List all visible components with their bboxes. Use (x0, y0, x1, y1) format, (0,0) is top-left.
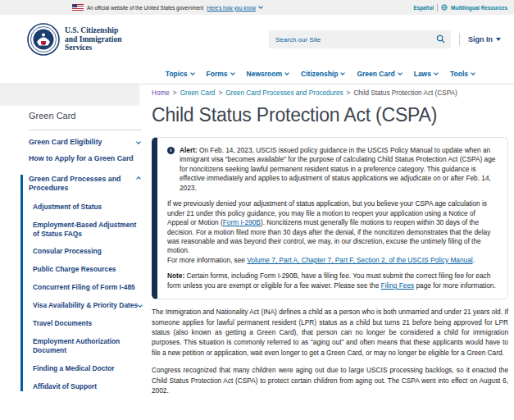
site-search (269, 30, 451, 48)
breadcrumb-current: Child Status Protection Act (CSPA) (353, 89, 457, 97)
primary-nav: Topics Forms Newsroom Citizenship Green … (0, 64, 514, 84)
nav-label: Laws (414, 70, 431, 78)
divider (459, 33, 460, 46)
chevron-down-icon (341, 71, 346, 75)
nav-item-citizenship[interactable]: Citizenship (301, 70, 344, 78)
agency-line-3: Services (65, 43, 121, 52)
search-icon[interactable] (436, 34, 445, 43)
uscis-page: An official website of the United States… (0, 0, 514, 420)
alert-paragraph-3: Note: Certain forms, including Form I-29… (167, 272, 497, 290)
multilingual-resources-link[interactable]: Multilingual Resources (451, 5, 507, 11)
breadcrumb-home[interactable]: Home (152, 89, 170, 97)
gov-banner-left: An official website of the United States… (72, 4, 262, 11)
sidebar-item-label: Green Card Processes and Procedures (29, 175, 137, 194)
sidebar-top-band (0, 84, 139, 106)
alert-more-info-line: For more information, see Volume 7, Part… (167, 256, 497, 265)
nav-label: Topics (166, 70, 188, 78)
sidebar-subitem-finding-a-medical-doctor[interactable]: Finding a Medical Doctor (33, 364, 142, 373)
breadcrumb-separator: > (173, 89, 177, 97)
info-icon: i (167, 147, 175, 154)
us-flag-icon (72, 4, 84, 11)
chevron-down-icon (136, 139, 141, 144)
nav-item-topics[interactable]: Topics (166, 70, 194, 78)
sidebar-subitem-concurrent-filing-i485[interactable]: Concurrent Filing of Form I-485 (33, 283, 142, 292)
alert-text: . (473, 256, 475, 264)
sidebar-divider (29, 130, 142, 130)
chevron-down-icon (471, 71, 475, 75)
content-area: Green Card Green Card Eligibility How to… (0, 84, 514, 400)
breadcrumb-separator: > (347, 89, 351, 97)
nav-item-forms[interactable]: Forms (207, 70, 234, 78)
sidebar-subitem-label: Concurrent Filing of Form I-485 (33, 283, 135, 292)
sidebar-subitem-consular-processing[interactable]: Consular Processing (33, 247, 142, 256)
sidebar-subitem-label: Public Charge Resources (33, 265, 116, 274)
nav-label: Citizenship (301, 70, 338, 78)
sidebar-item-green-card-eligibility[interactable]: Green Card Eligibility (29, 138, 142, 147)
sidebar-subitem-employment-based-aos-faqs[interactable]: Employment-Based Adjustment of Status FA… (33, 221, 142, 239)
nav-item-laws[interactable]: Laws (414, 70, 438, 78)
breadcrumb-green-card[interactable]: Green Card (180, 89, 216, 97)
nav-item-tools[interactable]: Tools (450, 70, 475, 78)
sidebar-item-processes-procedures[interactable]: Green Card Processes and Procedures (29, 175, 142, 194)
sidebar-subitem-adjustment-of-status[interactable]: Adjustment of Status (33, 203, 142, 212)
breadcrumb-processes-procedures[interactable]: Green Card Processes and Procedures (225, 89, 343, 97)
nav-item-newsroom[interactable]: Newsroom (247, 70, 289, 78)
form-i290b-link[interactable]: Form I-290B (223, 218, 261, 226)
divider (437, 4, 438, 11)
sidebar-subitem-employment-authorization-document[interactable]: Employment Authorization Document (33, 337, 142, 355)
sidebar-title: Green Card (29, 111, 142, 121)
sidebar-active-group: Green Card Processes and Procedures Adju… (20, 175, 142, 391)
nav-label: Newsroom (247, 70, 282, 78)
uscis-logo[interactable]: U.S. Citizenship and Immigration Service… (27, 23, 121, 56)
chevron-up-icon (136, 176, 141, 181)
sidebar-subitem-label: Affidavit of Support (33, 382, 97, 391)
nav-label: Forms (207, 70, 228, 78)
alert-paragraph-1: iAlert: On Feb. 14, 2023, USCIS issued p… (167, 146, 497, 193)
nav-item-green-card[interactable]: Green Card (357, 70, 401, 78)
agency-wordmark: U.S. Citizenship and Immigration Service… (65, 26, 121, 52)
sidebar-item-how-to-apply[interactable]: How to Apply for a Green Card (29, 154, 142, 163)
chevron-down-icon (230, 71, 235, 75)
sidebar-item-label: Green Card Eligibility (29, 138, 102, 147)
how-you-know-link[interactable]: Here's how you know (207, 5, 256, 11)
sidebar-item-label: How to Apply for a Green Card (29, 154, 134, 163)
chevron-down-icon (284, 71, 289, 75)
nav-label: Green Card (357, 70, 394, 78)
alert-text: For more information, see (167, 256, 247, 264)
sign-in-button[interactable]: Sign In (468, 35, 506, 43)
sidebar-subitem-label: Employment Authorization Document (33, 337, 142, 355)
left-sidebar: Green Card Green Card Eligibility How to… (0, 84, 152, 400)
body-paragraph-1: The Immigration and Nationality Act (INA… (152, 307, 508, 358)
globe-icon (441, 4, 448, 11)
alert-paragraph-2: If we previously denied your adjustment … (167, 199, 497, 265)
alert-text: On Feb. 14, 2023, USCIS issued policy gu… (180, 146, 495, 192)
caret-down-icon (496, 38, 501, 41)
sidebar-subitems: Adjustment of Status Employment-Based Ad… (29, 203, 142, 391)
espanol-link[interactable]: Español (414, 5, 434, 11)
gov-banner-right: Español Multilingual Resources (414, 4, 507, 11)
header-right: Sign In (269, 30, 506, 48)
sidebar-subitem-label: Employment-Based Adjustment of Status FA… (33, 221, 142, 239)
sidebar-subitem-visa-availability-priority-dates[interactable]: Visa Availability & Priority Dates (33, 301, 142, 310)
sidebar-subitem-label: Visa Availability & Priority Dates (33, 301, 138, 310)
filing-fees-link[interactable]: Filing Fees (381, 281, 415, 290)
official-site-text: An official website of the United States… (87, 5, 203, 11)
sidebar-subitem-label: Finding a Medical Doctor (33, 364, 115, 373)
alert-label: Alert: (180, 146, 198, 154)
nav-label: Tools (450, 70, 468, 78)
chevron-down-icon (434, 71, 439, 75)
policy-manual-link[interactable]: Volume 7, Part A, Chapter 7, Part F, Sec… (247, 256, 472, 264)
sidebar-subitem-travel-documents[interactable]: Travel Documents (33, 319, 142, 328)
search-input[interactable] (269, 31, 451, 49)
gov-banner: An official website of the United States… (0, 0, 514, 15)
breadcrumb: Home > Green Card > Green Card Processes… (152, 89, 508, 97)
chevron-down-icon (258, 4, 263, 9)
sidebar-subitem-affidavit-of-support[interactable]: Affidavit of Support (33, 382, 142, 391)
chevron-down-icon (398, 71, 403, 75)
alert-text: page for more information. (414, 281, 496, 290)
main-content: Home > Green Card > Green Card Processes… (152, 84, 514, 400)
sidebar-subitem-label: Travel Documents (33, 319, 92, 328)
agency-line-2: and Immigration (65, 35, 121, 43)
sidebar-subitem-public-charge-resources[interactable]: Public Charge Resources (33, 265, 142, 274)
flag-canton (72, 4, 77, 7)
